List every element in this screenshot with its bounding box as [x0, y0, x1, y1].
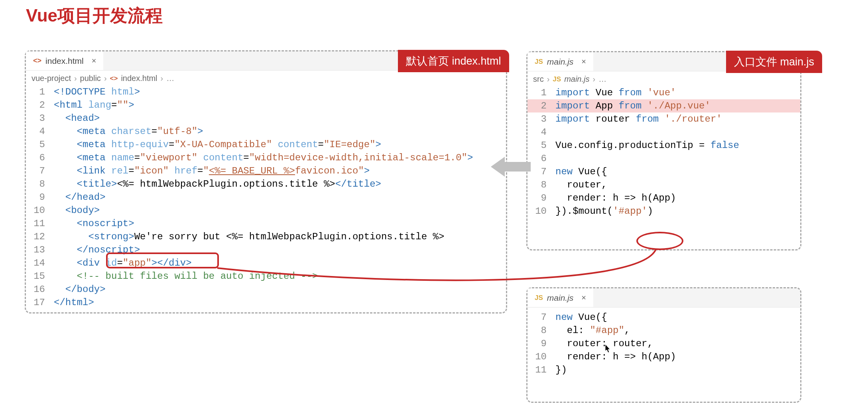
mouse-cursor-icon	[605, 344, 612, 354]
line-number: 11	[527, 363, 555, 377]
code-line: 5 <meta http-equiv="X-UA-Compatible" con…	[26, 138, 506, 151]
breadcrumb: vue-project › public › <> index.html › …	[26, 71, 506, 85]
code-line: 14 <div id="app"></div>	[26, 256, 506, 270]
code-content: <meta charset="utf-8">	[54, 125, 506, 138]
code-content: <!-- built files will be auto injected -…	[54, 270, 506, 283]
line-number: 9	[527, 191, 555, 205]
arrow-left-icon	[491, 155, 531, 179]
code-content: }).$mount('#app')	[555, 205, 800, 218]
line-number: 6	[527, 152, 555, 165]
breadcrumb-item[interactable]: src	[533, 75, 544, 84]
line-number: 11	[26, 217, 54, 230]
code-content: render: h => h(App)	[555, 350, 800, 363]
line-number: 8	[527, 178, 555, 191]
code-line: 3 <head>	[26, 112, 506, 125]
code-content: router: router,	[555, 337, 800, 350]
code-content: <head>	[54, 112, 506, 125]
code-line: 2<html lang="">	[26, 99, 506, 112]
line-number: 3	[527, 112, 555, 126]
line-number: 3	[26, 112, 54, 125]
code-content: <strong>We're sorry but <%= htmlWebpackP…	[54, 230, 506, 243]
line-number: 7	[527, 165, 555, 178]
badge-main-js: 入口文件 main.js	[726, 51, 822, 73]
breadcrumb-item[interactable]: public	[80, 74, 101, 83]
svg-marker-0	[491, 157, 531, 177]
tab-main-js[interactable]: JS main.js ×	[527, 52, 593, 71]
js-file-icon: JS	[535, 294, 543, 302]
breadcrumb: src › JS main.js › …	[527, 71, 800, 85]
code-content: import router from './router'	[555, 112, 800, 126]
code-line: 9 </head>	[26, 191, 506, 204]
code-line: 12 <strong>We're sorry but <%= htmlWebpa…	[26, 230, 506, 243]
editor-panel-main-js-bottom: JS main.js × 7new Vue({8 el: "#app",9 ro…	[526, 287, 801, 403]
code-content: <!DOCTYPE html>	[54, 85, 506, 99]
line-number: 4	[527, 126, 555, 139]
line-number: 5	[527, 139, 555, 152]
code-line: 7 <link rel="icon" href="<%= BASE_URL %>…	[26, 164, 506, 177]
code-line: 15 <!-- built files will be auto injecte…	[26, 270, 506, 283]
line-number: 4	[26, 125, 54, 138]
code-line: 17</html>	[26, 296, 506, 309]
code-line: 7new Vue({	[527, 311, 800, 324]
code-block: 1import Vue from 'vue'2import App from '…	[527, 85, 800, 222]
tab-main-js[interactable]: JS main.js ×	[527, 288, 593, 307]
chevron-right-icon: ›	[104, 74, 107, 83]
chevron-right-icon: ›	[161, 74, 163, 83]
code-content: new Vue({	[555, 165, 800, 178]
code-block: 1<!DOCTYPE html>2<html lang="">3 <head>4…	[26, 85, 506, 313]
code-content: el: "#app",	[555, 324, 800, 337]
tabbar: JS main.js ×	[527, 288, 800, 308]
code-content: <meta http-equiv="X-UA-Compatible" conte…	[54, 138, 506, 151]
code-line: 11})	[527, 363, 800, 377]
code-line: 10}).$mount('#app')	[527, 205, 800, 218]
line-number: 2	[26, 99, 54, 112]
line-number: 16	[26, 283, 54, 296]
code-line: 13 </noscript>	[26, 243, 506, 256]
tab-index-html[interactable]: <> index.html ×	[26, 51, 103, 70]
breadcrumb-item[interactable]: main.js	[564, 75, 589, 84]
editor-panel-main-js-top: JS main.js × src › JS main.js › … 1impor…	[526, 51, 801, 250]
tab-filename: index.html	[45, 56, 84, 66]
chevron-right-icon: ›	[74, 74, 77, 83]
breadcrumb-item[interactable]: index.html	[121, 74, 157, 83]
html-file-icon: <>	[33, 57, 41, 65]
code-content: <div id="app"></div>	[54, 256, 506, 270]
line-number: 1	[26, 85, 54, 99]
line-number: 10	[527, 350, 555, 363]
code-block: 7new Vue({8 el: "#app",9 router: router,…	[527, 308, 800, 381]
code-content: })	[555, 363, 800, 377]
line-number: 6	[26, 151, 54, 164]
code-line: 8 router,	[527, 178, 800, 191]
code-line: 9 render: h => h(App)	[527, 191, 800, 205]
code-content: <body>	[54, 204, 506, 217]
slide-title: Vue项目开发流程	[26, 4, 163, 28]
close-icon[interactable]: ×	[92, 56, 96, 65]
code-line: 6	[527, 152, 800, 165]
line-number: 15	[26, 270, 54, 283]
line-number: 9	[527, 337, 555, 350]
breadcrumb-ellipsis: …	[598, 75, 606, 84]
line-number: 14	[26, 256, 54, 270]
line-number: 9	[26, 191, 54, 204]
code-content: render: h => h(App)	[555, 191, 800, 205]
close-icon[interactable]: ×	[581, 57, 586, 66]
tab-filename: main.js	[547, 293, 574, 303]
chevron-right-icon: ›	[593, 75, 596, 84]
code-line: 8 <title><%= htmlWebpackPlugin.options.t…	[26, 177, 506, 191]
code-line: 8 el: "#app",	[527, 324, 800, 337]
code-line: 11 <noscript>	[26, 217, 506, 230]
close-icon[interactable]: ×	[581, 293, 586, 302]
editor-panel-index-html: <> index.html × vue-project › public › <…	[25, 50, 507, 314]
code-content: import App from './App.vue'	[555, 99, 800, 112]
js-file-icon: JS	[553, 75, 561, 83]
breadcrumb-item[interactable]: vue-project	[31, 74, 71, 83]
line-number: 12	[26, 230, 54, 243]
line-number: 8	[26, 177, 54, 191]
line-number: 5	[26, 138, 54, 151]
tab-filename: main.js	[547, 57, 574, 67]
code-line: 10 <body>	[26, 204, 506, 217]
line-number: 13	[26, 243, 54, 256]
code-content: <meta name="viewport" content="width=dev…	[54, 151, 506, 164]
code-content: import Vue from 'vue'	[555, 86, 800, 99]
code-content: <title><%= htmlWebpackPlugin.options.tit…	[54, 177, 506, 191]
